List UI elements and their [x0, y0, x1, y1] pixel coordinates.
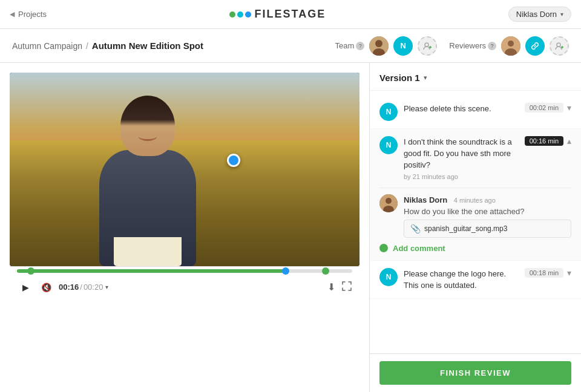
team-reviewers-section: Team ? N [335, 36, 569, 56]
play-button[interactable]: ▶ [17, 279, 34, 296]
breadcrumb-separator: / [86, 41, 88, 51]
comment-row: N Please delete this scene. 00:02 min ▾ [379, 103, 571, 121]
main-content: ▶ 🔇 00:16 / 00:20 ▾ ⬇ [0, 63, 581, 392]
volume-icon: 🔇 [41, 283, 51, 292]
person-figure [51, 96, 244, 266]
comment-item: N Please change the logo here. This one … [370, 261, 581, 299]
comments-list: N Please delete this scene. 00:02 min ▾ … [370, 91, 581, 353]
chevron-down-icon: ▾ [560, 11, 563, 18]
time-display: 00:16 / 00:20 ▾ [59, 283, 108, 292]
comment-avatar: N [379, 268, 398, 286]
top-nav: ◀ Projects FILESTAGE Niklas Dorn ▾ [0, 0, 581, 29]
breadcrumb-parent[interactable]: Autumn Campaign [12, 41, 82, 51]
reviewers-help-icon[interactable]: ? [488, 42, 496, 50]
download-button[interactable]: ⬇ [327, 281, 335, 293]
time-dropdown-icon[interactable]: ▾ [105, 284, 108, 290]
reply-header: Niklas Dorn 4 minutes ago [404, 194, 571, 205]
breadcrumb-bar: Autumn Campaign / Autumn New Edition Spo… [0, 29, 581, 63]
comment-item: N I don't think the soundtrack is a good… [370, 129, 581, 261]
logo-text: FILESTAGE [255, 8, 326, 21]
controls-right: ⬇ [327, 281, 352, 294]
team-help-icon[interactable]: ? [356, 42, 364, 50]
svg-point-1 [375, 40, 382, 47]
timestamp-badge-active[interactable]: 00:16 min [525, 136, 563, 146]
current-user-avatar: N [393, 36, 413, 56]
smile [139, 132, 157, 141]
comment-text: I don't think the soundtrack is a good f… [404, 137, 512, 169]
comment-actions: 00:18 min ▾ [525, 268, 571, 278]
copy-link-button[interactable] [525, 36, 545, 56]
back-to-projects[interactable]: ◀ Projects [10, 10, 47, 19]
timestamp-badge[interactable]: 00:02 min [525, 103, 563, 113]
user-dropdown-button[interactable]: Niklas Dorn ▾ [508, 7, 571, 22]
time-total: 00:20 [84, 283, 103, 292]
collapse-comment-button[interactable]: ▴ [567, 136, 571, 146]
comment-row: N Please change the logo here. This one … [379, 268, 571, 291]
team-member-photo [369, 36, 389, 56]
person-body [99, 150, 196, 266]
team-section: Team ? N [335, 36, 438, 56]
marker-blue[interactable] [282, 267, 289, 275]
reviewer-avatar [501, 36, 520, 56]
comment-body: I don't think the soundtrack is a good f… [404, 136, 519, 180]
add-person-icon [422, 41, 432, 51]
svg-point-7 [508, 41, 514, 47]
add-reviewer-icon [554, 41, 564, 51]
svg-point-9 [557, 43, 560, 47]
comment-avatar: N [379, 103, 398, 121]
dot-blue-icon [245, 11, 251, 18]
person-head [120, 96, 175, 156]
reviewers-section: Reviewers ? [449, 36, 569, 56]
expand-comment-button[interactable]: ▾ [567, 103, 571, 113]
reply-body: Niklas Dorn 4 minutes ago How do you lik… [404, 194, 571, 238]
marker-green-1[interactable] [27, 267, 34, 275]
play-icon: ▶ [22, 283, 29, 292]
attachment-name: spanish_guitar_song.mp3 [424, 224, 507, 233]
version-label: Version 1 [379, 73, 420, 83]
video-scene [10, 73, 359, 266]
user-name: Niklas Dorn [516, 10, 557, 19]
timestamp-badge[interactable]: 00:18 min [525, 268, 563, 278]
comment-avatar: N [379, 136, 398, 154]
volume-button[interactable]: 🔇 [41, 283, 51, 292]
add-team-member-button[interactable] [418, 36, 437, 56]
svg-point-3 [425, 43, 428, 47]
controls-row: ▶ 🔇 00:16 / 00:20 ▾ ⬇ [17, 279, 352, 296]
attachment-file[interactable]: 📎 spanish_guitar_song.mp3 [404, 220, 571, 238]
comments-header: Version 1 ▾ [370, 63, 581, 91]
link-icon [530, 41, 540, 51]
comments-wrapper: N Please delete this scene. 00:02 min ▾ … [370, 91, 581, 353]
video-container[interactable] [10, 73, 359, 266]
fullscreen-icon [341, 281, 352, 292]
comment-body: Please change the logo here. This one is… [404, 268, 519, 291]
time-current: 00:16 [59, 283, 79, 292]
reply-author-name: Niklas Dorn [404, 195, 447, 204]
svg-point-13 [386, 198, 392, 204]
comment-row: N I don't think the soundtrack is a good… [379, 136, 571, 180]
version-dropdown-icon[interactable]: ▾ [424, 74, 427, 82]
reply-author-photo [379, 194, 398, 212]
fullscreen-button[interactable] [341, 281, 352, 294]
add-comment-indicator [379, 244, 388, 252]
finish-review-bar: FINISH REVIEW [370, 353, 581, 392]
breadcrumb-current: Autumn New Edition Spot [92, 41, 203, 51]
team-label: Team ? [335, 41, 365, 50]
reviewer-photo [501, 36, 520, 56]
add-reviewer-button[interactable] [550, 36, 569, 56]
time-separator: / [80, 283, 82, 292]
attachment-icon: 📎 [410, 224, 421, 234]
back-arrow-icon: ◀ [10, 10, 15, 18]
comment-item: N Please delete this scene. 00:02 min ▾ [370, 96, 581, 129]
logo: FILESTAGE [229, 8, 326, 21]
expand-comment-button[interactable]: ▾ [567, 268, 571, 278]
add-comment-button[interactable]: Add comment [393, 244, 445, 253]
comment-body: Please delete this scene. [404, 103, 519, 114]
marker-green-2[interactable] [322, 267, 329, 275]
progress-bar[interactable] [17, 269, 352, 273]
video-controls: ▶ 🔇 00:16 / 00:20 ▾ ⬇ [10, 266, 359, 298]
comment-actions: 00:02 min ▾ [525, 103, 571, 113]
reply-container: Niklas Dorn 4 minutes ago How do you lik… [379, 188, 571, 238]
finish-review-button[interactable]: FINISH REVIEW [379, 361, 571, 385]
reviewers-label: Reviewers ? [449, 41, 496, 50]
person-shirt [114, 237, 182, 266]
